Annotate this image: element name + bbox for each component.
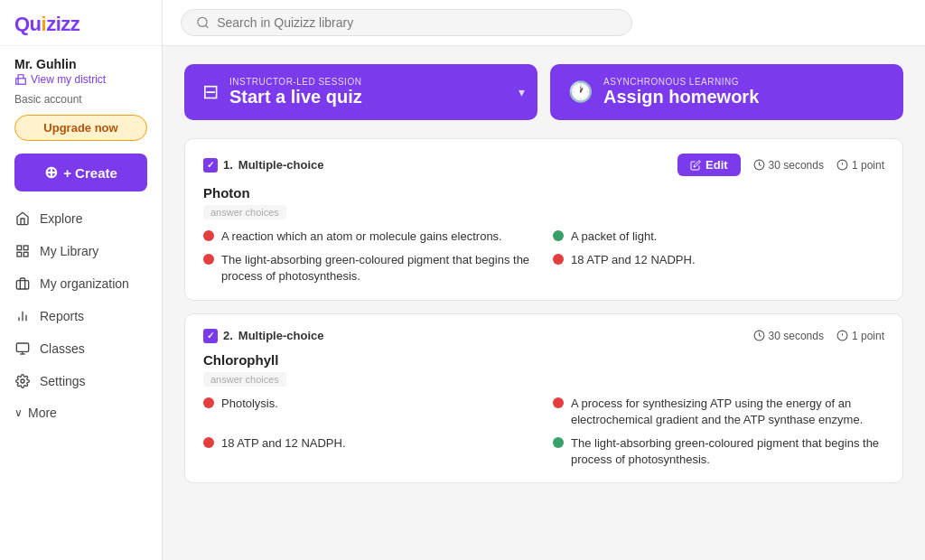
edit-button-1[interactable]: Edit [677,154,741,176]
question-meta-2: 30 seconds 1 point [753,330,884,342]
choice-text: 18 ATP and 12 NADPH. [571,252,696,268]
create-button[interactable]: ⊕ + Create [14,154,147,191]
answer-choices-label-2: answer choices [203,372,286,387]
checkbox-icon-1: ✓ [203,158,218,173]
svg-point-12 [21,379,24,383]
dot-red-icon [553,397,564,408]
sidebar-nav: Explore My Library My organization Repor… [0,202,162,560]
search-input[interactable] [217,15,617,30]
svg-point-13 [198,17,207,26]
pencil-icon [690,160,701,171]
question-number-2: 2. [223,329,233,342]
svg-rect-3 [23,252,28,257]
choice-2-4: The light-absorbing green-coloured pigme… [553,435,884,468]
dot-red-icon [203,437,214,448]
svg-rect-9 [16,343,28,351]
dot-red-icon [553,254,564,265]
choice-1-2: A packet of light. [553,229,884,245]
choice-1-3: The light-absorbing green-coloured pigme… [203,252,535,285]
sidebar: Quizizz Mr. Guhlin View my district Basi… [0,0,163,560]
more-item[interactable]: ∨ More [0,397,162,428]
sidebar-item-label: Classes [40,341,85,356]
username: Mr. Guhlin [14,57,147,71]
account-tier: Basic account [0,91,162,111]
svg-rect-4 [17,252,22,257]
sidebar-item-label: My Library [40,244,98,258]
sidebar-item-label: Reports [40,309,84,323]
action-buttons: ⊟ INSTRUCTOR-LED SESSION Start a live qu… [184,64,903,120]
svg-line-14 [206,25,209,28]
question-time-2: 30 seconds [753,330,824,342]
question-points-1: 1 point [836,159,884,172]
assign-homework-button[interactable]: 🕐 ASYNCHRONOUS LEARNING Assign homework [550,64,903,120]
choice-text: 18 ATP and 12 NADPH. [221,435,346,452]
sidebar-item-my-organization[interactable]: My organization [0,267,162,300]
choices-grid-1: A reaction which an atom or molecule gai… [203,229,884,285]
question-type-2: ✓ 2. Multiple-choice [203,329,323,343]
choice-text: A reaction which an atom or molecule gai… [221,229,502,245]
choice-2-3: 18 ATP and 12 NADPH. [203,435,535,468]
choice-2-1: Photolysis. [203,396,535,428]
explore-icon [14,210,31,227]
timer-icon-1 [753,159,765,171]
choice-1-4: 18 ATP and 12 NADPH. [553,252,884,285]
logo-text: Quizizz [14,13,79,35]
presentation-icon: ⊟ [202,80,219,104]
live-quiz-button[interactable]: ⊟ INSTRUCTOR-LED SESSION Start a live qu… [184,64,537,120]
reports-icon [14,308,31,324]
svg-rect-1 [17,246,22,250]
dot-green-icon [553,437,564,448]
question-type-1: ✓ 1. Multiple-choice [203,158,323,173]
dropdown-arrow-icon: ▾ [519,85,525,99]
sidebar-item-label: My organization [40,276,129,291]
search-icon [196,15,210,30]
homework-button-text: ASYNCHRONOUS LEARNING Assign homework [603,77,759,107]
chevron-down-icon: ∨ [14,406,23,419]
library-icon [14,243,31,259]
checkbox-icon-2: ✓ [203,329,218,343]
svg-rect-5 [16,281,28,289]
choice-text: The light-absorbing green-coloured pigme… [571,435,884,468]
question-time-1: 30 seconds [753,159,824,172]
sidebar-item-label: Settings [40,374,86,388]
district-link[interactable]: View my district [31,73,106,86]
question-meta-1: Edit 30 seconds 1 point [677,154,884,176]
svg-rect-0 [16,79,26,84]
sidebar-item-my-library[interactable]: My Library [0,235,162,267]
sidebar-item-reports[interactable]: Reports [0,300,162,332]
sidebar-item-settings[interactable]: Settings [0,365,162,397]
sidebar-item-explore[interactable]: Explore [0,202,162,235]
topbar [163,0,925,46]
question-number-1: 1. [223,158,233,172]
user-section: Mr. Guhlin View my district [0,46,162,91]
choices-grid-2: Photolysis. A process for synthesizing A… [203,396,884,469]
settings-icon [14,373,31,389]
more-label: More [28,406,57,420]
choice-1-1: A reaction which an atom or molecule gai… [203,229,535,245]
question-card-1: ✓ 1. Multiple-choice Edit 30 seconds [184,138,903,301]
dot-red-icon [203,230,214,241]
timer-icon-2 [753,330,765,341]
main-content: ⊟ INSTRUCTOR-LED SESSION Start a live qu… [163,0,925,560]
district-link-row: View my district [14,73,147,86]
points-icon-1 [836,159,848,171]
sidebar-item-classes[interactable]: Classes [0,332,162,365]
choice-text: A packet of light. [571,229,657,245]
create-plus-icon: ⊕ [44,163,58,182]
answer-choices-label-1: answer choices [203,205,286,219]
dot-green-icon [553,230,564,241]
question-type-label-2: Multiple-choice [238,329,324,342]
choice-2-2: A process for synthesizing ATP using the… [553,396,884,428]
question-header-2: ✓ 2. Multiple-choice 30 seconds 1 point [203,329,884,343]
question-type-label-1: Multiple-choice [238,158,324,172]
clock-assign-icon: 🕐 [568,80,593,104]
choice-text: Photolysis. [221,396,278,412]
upgrade-button[interactable]: Upgrade now [14,115,147,141]
content-area: ⊟ INSTRUCTOR-LED SESSION Start a live qu… [163,46,925,560]
question-title-2: Chlorophyll [203,352,884,368]
logo: Quizizz [0,0,162,46]
choice-text: A process for synthesizing ATP using the… [571,396,884,428]
question-card-2: ✓ 2. Multiple-choice 30 seconds 1 point … [184,313,903,484]
points-icon-2 [836,330,848,341]
search-bar[interactable] [181,9,632,36]
